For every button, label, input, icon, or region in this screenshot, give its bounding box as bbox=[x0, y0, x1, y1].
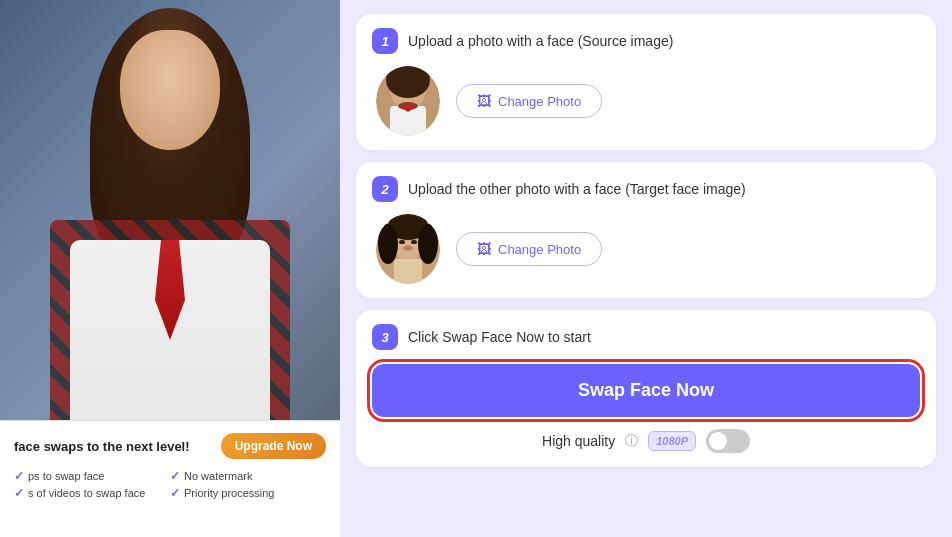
checkmark-icon: ✓ bbox=[170, 469, 180, 483]
feature-label: Priority processing bbox=[184, 487, 274, 499]
toggle-slider bbox=[706, 429, 750, 453]
upgrade-header: face swaps to the next level! Upgrade No… bbox=[14, 433, 326, 459]
swap-face-now-button[interactable]: Swap Face Now bbox=[372, 364, 920, 417]
checkmark-icon: ✓ bbox=[14, 469, 24, 483]
info-icon[interactable]: ⓘ bbox=[625, 432, 638, 450]
left-panel: face swaps to the next level! Upgrade No… bbox=[0, 0, 340, 537]
source-photo-thumb bbox=[376, 66, 440, 136]
change-photo-source-button[interactable]: 🖼 Change Photo bbox=[456, 84, 602, 118]
svg-point-11 bbox=[399, 240, 405, 244]
step2-body: 🖼 Change Photo bbox=[372, 214, 920, 284]
upgrade-features: ✓ ps to swap face ✓ No watermark ✓ s of … bbox=[14, 469, 326, 500]
step2-card: 2 Upload the other photo with a face (Ta… bbox=[356, 162, 936, 298]
checkmark-icon: ✓ bbox=[170, 486, 180, 500]
svg-point-9 bbox=[378, 224, 398, 264]
svg-rect-14 bbox=[394, 259, 422, 284]
girl-face-decoration bbox=[120, 30, 220, 150]
image-icon: 🖼 bbox=[477, 93, 491, 109]
upgrade-title: face swaps to the next level! bbox=[14, 439, 190, 454]
image-icon: 🖼 bbox=[477, 241, 491, 257]
feature-label: ps to swap face bbox=[28, 470, 104, 482]
target-thumb-svg bbox=[376, 214, 440, 284]
upgrade-now-button[interactable]: Upgrade Now bbox=[221, 433, 326, 459]
step3-title: Click Swap Face Now to start bbox=[408, 329, 591, 345]
feature-item: ✓ Priority processing bbox=[170, 486, 326, 500]
feature-item: ✓ s of videos to swap face bbox=[14, 486, 170, 500]
feature-label: s of videos to swap face bbox=[28, 487, 145, 499]
upgrade-banner: face swaps to the next level! Upgrade No… bbox=[0, 420, 340, 537]
svg-point-10 bbox=[418, 224, 438, 264]
resolution-badge: 1080P bbox=[648, 431, 696, 451]
target-photo-thumb bbox=[376, 214, 440, 284]
step3-header: 3 Click Swap Face Now to start bbox=[372, 324, 920, 350]
right-panel: 1 Upload a photo with a face (Source ima… bbox=[340, 0, 952, 537]
step2-header: 2 Upload the other photo with a face (Ta… bbox=[372, 176, 920, 202]
step2-badge: 2 bbox=[372, 176, 398, 202]
svg-point-13 bbox=[403, 246, 413, 251]
quality-row: High quality ⓘ 1080P bbox=[372, 429, 920, 453]
feature-item: ✓ No watermark bbox=[170, 469, 326, 483]
source-thumb-svg bbox=[376, 66, 440, 136]
step1-header: 1 Upload a photo with a face (Source ima… bbox=[372, 28, 920, 54]
change-photo-target-button[interactable]: 🖼 Change Photo bbox=[456, 232, 602, 266]
feature-label: No watermark bbox=[184, 470, 252, 482]
step1-badge: 1 bbox=[372, 28, 398, 54]
step1-body: 🖼 Change Photo bbox=[372, 66, 920, 136]
feature-item: ✓ ps to swap face bbox=[14, 469, 170, 483]
quality-toggle[interactable] bbox=[706, 429, 750, 453]
step3-badge: 3 bbox=[372, 324, 398, 350]
step3-card: 3 Click Swap Face Now to start Swap Face… bbox=[356, 310, 936, 467]
quality-label: High quality bbox=[542, 433, 615, 449]
step2-title: Upload the other photo with a face (Targ… bbox=[408, 181, 746, 197]
step1-title: Upload a photo with a face (Source image… bbox=[408, 33, 673, 49]
step1-card: 1 Upload a photo with a face (Source ima… bbox=[356, 14, 936, 150]
checkmark-icon: ✓ bbox=[14, 486, 24, 500]
main-photo bbox=[0, 0, 340, 420]
svg-point-12 bbox=[411, 240, 417, 244]
